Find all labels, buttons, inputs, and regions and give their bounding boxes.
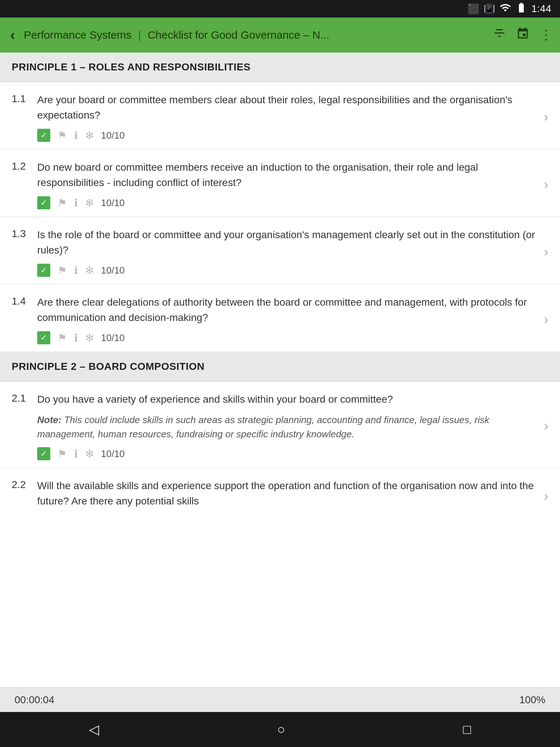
info-icon-1-1: ℹ (74, 129, 78, 142)
score-1-3: 10/10 (101, 265, 125, 276)
note-label-2-1: Note: (37, 414, 61, 425)
check-icon-1-2: ✓ (37, 196, 50, 209)
screen-record-icon: ⬛ (467, 3, 479, 15)
app-title: Performance Systems (24, 29, 131, 41)
question-2-1[interactable]: 2.1 Do you have a variety of experience … (0, 382, 560, 468)
question-1-2[interactable]: 1.2 Do new board or committee members re… (0, 150, 560, 217)
info-icon-1-2: ℹ (74, 197, 78, 209)
status-bar: ⬛ 📳 1:44 (0, 0, 560, 18)
flag-icon-1-2: ⚑ (58, 197, 67, 209)
page-title: Checklist for Good Governance – N... (148, 29, 330, 41)
title-separator: | (138, 29, 141, 41)
question-body-1-4: Are there clear delegations of authority… (37, 295, 538, 344)
question-icons-1-4: ✓ ⚑ ℹ ✻ 10/10 (37, 331, 538, 344)
chevron-right-1-2: › (538, 160, 548, 209)
header-title: Performance Systems | Checklist for Good… (24, 29, 487, 41)
navigation-header: ‹ Performance Systems | Checklist for Go… (0, 18, 560, 53)
principle-1-header: PRINCIPLE 1 – ROLES AND RESPONSIBILITIES (0, 53, 560, 82)
filter-icon[interactable] (493, 27, 506, 43)
question-body-1-1: Are your board or committee members clea… (37, 92, 538, 142)
more-options-icon[interactable]: ⋮ (540, 27, 553, 43)
question-text-2-2: Will the available skills and experience… (37, 478, 538, 509)
wifi-icon (499, 2, 511, 16)
question-icons-2-1: ✓ ⚑ ℹ ✻ 10/10 (37, 447, 538, 460)
question-body-2-2: Will the available skills and experience… (37, 478, 538, 515)
question-number-1-3: 1.3 (12, 227, 37, 277)
android-nav-bar: ◁ ○ □ (0, 712, 560, 747)
question-2-2[interactable]: 2.2 Will the available skills and experi… (0, 468, 560, 522)
android-recent-button[interactable]: □ (463, 722, 471, 737)
check-icon-1-1: ✓ (37, 129, 50, 142)
chevron-right-2-1: › (538, 392, 548, 460)
info-icon-2-1: ℹ (74, 448, 78, 460)
chevron-right-1-3: › (538, 227, 548, 277)
score-2-1: 10/10 (101, 448, 125, 460)
status-icons: ⬛ 📳 1:44 (467, 2, 552, 16)
question-text-1-2: Do new board or committee members receiv… (37, 160, 538, 190)
question-note-2-1: Note: This could include skills in such … (37, 413, 538, 441)
bottom-status-bar: 00:00:04 100% (0, 687, 560, 712)
header-icons: ⋮ (493, 27, 553, 43)
question-text-2-1: Do you have a variety of experience and … (37, 392, 538, 407)
flag-icon-1-3: ⚑ (58, 264, 67, 276)
progress-display: 100% (519, 694, 545, 706)
flag-icon-1-4: ⚑ (58, 332, 67, 344)
asterisk-icon-2-1: ✻ (85, 448, 94, 460)
main-content: PRINCIPLE 1 – ROLES AND RESPONSIBILITIES… (0, 53, 560, 687)
question-body-1-2: Do new board or committee members receiv… (37, 160, 538, 209)
question-number-1-4: 1.4 (12, 295, 37, 344)
vibrate-icon: 📳 (483, 3, 495, 15)
principle-2-header: PRINCIPLE 2 – BOARD COMPOSITION (0, 352, 560, 382)
chevron-right-1-4: › (538, 295, 548, 344)
asterisk-icon-1-4: ✻ (85, 332, 94, 344)
info-icon-1-3: ℹ (74, 264, 78, 276)
android-home-button[interactable]: ○ (277, 722, 285, 737)
chevron-right-2-2: › (538, 478, 548, 515)
info-icon-1-4: ℹ (74, 332, 78, 344)
flag-icon-2-1: ⚑ (58, 448, 67, 460)
question-icons-1-1: ✓ ⚑ ℹ ✻ 10/10 (37, 129, 538, 142)
android-back-button[interactable]: ◁ (89, 722, 99, 737)
question-icons-1-2: ✓ ⚑ ℹ ✻ 10/10 (37, 196, 538, 209)
timer-display: 00:00:04 (15, 694, 54, 706)
battery-icon (516, 2, 527, 16)
score-1-4: 10/10 (101, 332, 125, 344)
question-number-2-1: 2.1 (12, 392, 37, 460)
asterisk-icon-1-1: ✻ (85, 129, 94, 142)
question-text-1-4: Are there clear delegations of authority… (37, 295, 538, 325)
question-1-3[interactable]: 1.3 Is the role of the board or committe… (0, 217, 560, 285)
org-chart-icon[interactable] (516, 27, 529, 43)
question-1-4[interactable]: 1.4 Are there clear delegations of autho… (0, 285, 560, 352)
chevron-right-1-1: › (538, 92, 548, 142)
principle-2-title: PRINCIPLE 2 – BOARD COMPOSITION (12, 361, 205, 372)
check-icon-1-3: ✓ (37, 264, 50, 277)
flag-icon-1-1: ⚑ (58, 129, 67, 142)
question-text-1-1: Are your board or committee members clea… (37, 92, 538, 123)
question-number-1-2: 1.2 (12, 160, 37, 209)
question-icons-1-3: ✓ ⚑ ℹ ✻ 10/10 (37, 264, 538, 277)
question-text-1-3: Is the role of the board or committee an… (37, 227, 538, 258)
question-1-1[interactable]: 1.1 Are your board or committee members … (0, 82, 560, 150)
check-icon-1-4: ✓ (37, 331, 50, 344)
asterisk-icon-1-3: ✻ (85, 264, 94, 276)
question-number-1-1: 1.1 (12, 92, 37, 142)
asterisk-icon-1-2: ✻ (85, 197, 94, 209)
note-text-2-1: This could include skills in such areas … (37, 414, 489, 440)
principle-1-title: PRINCIPLE 1 – ROLES AND RESPONSIBILITIES (12, 61, 250, 73)
check-icon-2-1: ✓ (37, 447, 50, 460)
question-body-1-3: Is the role of the board or committee an… (37, 227, 538, 277)
back-button[interactable]: ‹ (7, 24, 18, 46)
score-1-1: 10/10 (101, 130, 125, 141)
question-body-2-1: Do you have a variety of experience and … (37, 392, 538, 460)
question-number-2-2: 2.2 (12, 478, 37, 515)
score-1-2: 10/10 (101, 197, 125, 209)
status-time: 1:44 (532, 3, 552, 15)
